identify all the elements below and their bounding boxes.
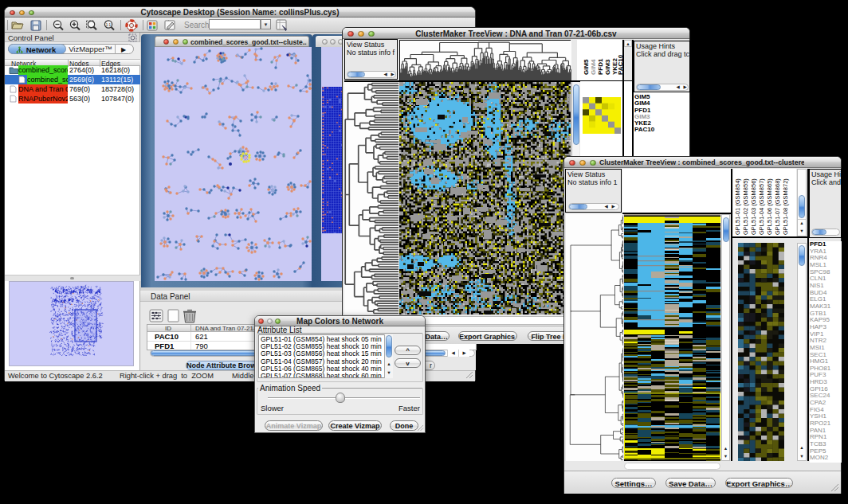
svg-text:1:1: 1:1 (106, 23, 112, 27)
